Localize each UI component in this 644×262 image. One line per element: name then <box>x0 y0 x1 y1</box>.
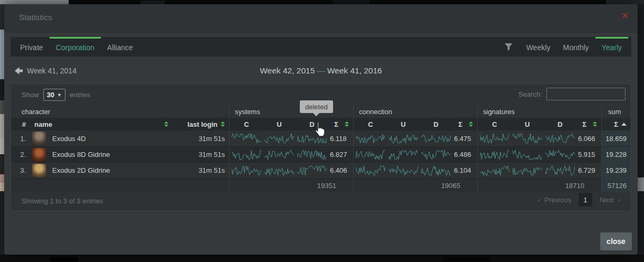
col-signatures-sum[interactable]: Σ <box>578 120 586 128</box>
tab-alliance[interactable]: Alliance <box>101 37 139 57</box>
signatures-sum-value: 6.729 <box>578 166 595 174</box>
last-login-value: 31m 51s <box>174 166 229 174</box>
sparkline-systems-created <box>232 133 261 144</box>
col-systems-sum[interactable]: Σ <box>330 120 338 128</box>
avatar <box>32 148 46 162</box>
col-systems-deleted[interactable]: D <box>297 120 327 128</box>
previous-week-button[interactable]: Week 41, 2014 <box>15 67 77 75</box>
sparkline-connection-created <box>356 133 385 144</box>
sparkline-systems-created <box>232 149 261 161</box>
group-connection: connection <box>356 108 392 116</box>
signatures-sum-value: 5.915 <box>578 151 595 158</box>
table-row[interactable]: 1. Exodus 4D 31m 51s 6.118 <box>11 130 631 146</box>
background-browser-tab <box>0 0 69 4</box>
connection-total: 19065 <box>356 182 473 190</box>
col-signatures-created[interactable]: C <box>480 120 509 128</box>
search-control: Search: <box>518 88 626 100</box>
search-input[interactable] <box>546 88 626 100</box>
sparkline-connection-updated <box>389 165 418 176</box>
group-character: character <box>11 108 50 116</box>
row-total-value: 18.659 <box>601 130 631 146</box>
scope-tabs: Private Corporation Alliance <box>14 37 139 57</box>
row-total-value: 19.239 <box>601 163 631 179</box>
sparkline-connection-updated <box>389 133 418 144</box>
col-last-login[interactable]: last login <box>174 120 229 128</box>
screen: Statistics ✕ Private Corporation Allianc… <box>0 0 644 262</box>
sparkline-connection-created <box>356 165 385 176</box>
dialog-header: Statistics ✕ <box>4 4 638 33</box>
group-sum: sum <box>605 108 621 116</box>
page-size-select[interactable]: 30 ▼ <box>43 89 65 101</box>
scrollbar-thumb[interactable] <box>638 177 644 191</box>
sort-icon[interactable] <box>593 121 597 127</box>
previous-page-button[interactable]: ‹ Previous <box>538 196 571 204</box>
sparkline-systems-created <box>232 165 261 176</box>
sparkline-signatures-deleted <box>545 149 575 161</box>
sparkline-connection-deleted <box>421 165 451 176</box>
sort-icon[interactable] <box>469 121 473 127</box>
col-signatures-deleted[interactable]: D <box>545 120 575 128</box>
connection-sum-value: 6.486 <box>454 151 471 158</box>
sparkline-signatures-updated <box>513 165 542 176</box>
sparkline-signatures-deleted <box>545 165 575 176</box>
tab-corporation[interactable]: Corporation <box>50 37 101 57</box>
row-total-value: 19.228 <box>601 147 631 163</box>
col-rank[interactable]: # <box>11 120 29 128</box>
connection-sum-value: 6.475 <box>454 135 471 143</box>
character-name: Exodus 4D <box>49 135 174 143</box>
page-number-button[interactable]: 1 <box>579 193 592 207</box>
statistics-table: character systems connection signatures … <box>11 105 631 192</box>
sparkline-systems-deleted <box>297 133 327 144</box>
sparkline-signatures-created <box>480 165 509 176</box>
grand-total: 57126 <box>601 179 631 192</box>
character-name: Exodus 8D Gidrine <box>49 151 174 158</box>
sort-icon[interactable] <box>164 121 168 127</box>
systems-sum-value: 6.827 <box>330 151 347 158</box>
background-bottom-strip <box>0 255 644 262</box>
previous-week-label: Week 41, 2014 <box>27 67 77 75</box>
systems-subheader: C U D Σ <box>229 118 353 130</box>
col-systems-created[interactable]: C <box>232 120 261 128</box>
sort-icon[interactable] <box>221 121 225 127</box>
sparkline-signatures-created <box>480 149 509 161</box>
col-systems-updated[interactable]: U <box>264 120 294 128</box>
col-connection-created[interactable]: C <box>356 120 385 128</box>
tab-monthly[interactable]: Monthly <box>557 37 595 57</box>
date-range-title: Week 42, 2015—Week 41, 2016 <box>4 66 638 76</box>
tab-yearly[interactable]: Yearly <box>595 37 628 57</box>
sparkline-connection-updated <box>389 149 418 161</box>
next-page-button[interactable]: Next › <box>600 196 620 204</box>
col-total-sum[interactable]: Σ <box>601 118 631 130</box>
sparkline-signatures-updated <box>513 149 542 161</box>
tab-private[interactable]: Private <box>14 37 50 57</box>
entries-label: entries <box>70 91 90 99</box>
filter-button[interactable] <box>497 37 520 57</box>
table-row[interactable]: 2. Exodus 8D Gidrine 31m 51s 6.827 <box>11 146 631 162</box>
close-button[interactable]: close <box>600 232 632 250</box>
col-signatures-updated[interactable]: U <box>513 120 542 128</box>
systems-sum-value: 6.406 <box>330 166 347 174</box>
connection-subheader: C U D Σ <box>353 118 477 130</box>
dialog-title: Statistics <box>19 13 52 22</box>
sparkline-systems-updated <box>264 165 294 176</box>
tab-weekly[interactable]: Weekly <box>520 37 557 57</box>
sort-icon[interactable] <box>345 121 349 127</box>
group-systems: systems <box>232 108 260 116</box>
table-row[interactable]: 3. Exodus 2D Gidrine 31m 51s 6.406 <box>11 162 631 178</box>
col-connection-deleted[interactable]: D <box>421 120 451 128</box>
sparkline-connection-deleted <box>421 133 451 144</box>
chevron-down-icon: ▼ <box>57 92 62 98</box>
col-connection-updated[interactable]: U <box>389 120 418 128</box>
col-name[interactable]: name <box>29 120 174 128</box>
tab-bar: Private Corporation Alliance Weekly Mont… <box>11 37 631 57</box>
group-signatures: signatures <box>480 108 515 116</box>
statistics-dialog: Statistics ✕ Private Corporation Allianc… <box>4 4 638 255</box>
sparkline-signatures-updated <box>513 133 542 144</box>
sparkline-signatures-deleted <box>545 133 575 144</box>
close-icon[interactable]: ✕ <box>621 11 628 21</box>
sparkline-systems-updated <box>264 149 294 161</box>
col-connection-sum[interactable]: Σ <box>454 120 462 128</box>
systems-sum-value: 6.118 <box>330 135 347 143</box>
signatures-sum-value: 6.066 <box>578 135 595 143</box>
last-login-value: 31m 51s <box>174 151 229 158</box>
